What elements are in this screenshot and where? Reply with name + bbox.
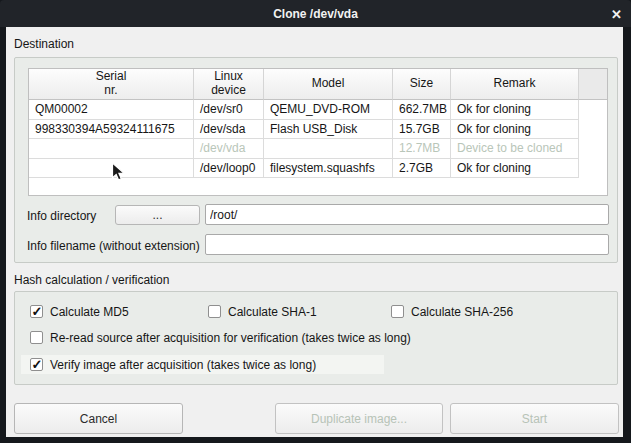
cell-serial: QM00002 [29, 100, 194, 120]
verify-image-checkbox[interactable] [30, 358, 43, 371]
info-filename-input[interactable] [205, 234, 609, 255]
titlebar[interactable]: Clone /dev/vda ✕ [0, 0, 631, 27]
info-directory-label: Info directory [27, 209, 96, 223]
cell-size: 12.7MB [393, 139, 451, 159]
duplicate-image-button[interactable]: Duplicate image... [275, 403, 443, 434]
cell-model: Flash USB_Disk [264, 120, 393, 140]
table-row[interactable]: /dev/loop0 filesystem.squashfs 2.7GB Ok … [29, 159, 607, 179]
cell-device: /dev/sr0 [194, 100, 264, 120]
sha256-checkbox-group: Calculate SHA-256 [391, 304, 513, 319]
table-row[interactable]: QM00002 /dev/sr0 QEMU_DVD-ROM 662.7MB Ok… [29, 100, 607, 120]
column-header-model: Model [264, 69, 393, 100]
cell-model: QEMU_DVD-ROM [264, 100, 393, 120]
column-header-filler [579, 69, 607, 100]
column-header-linux-device: Linux device [194, 69, 264, 100]
cell-device: /dev/loop0 [194, 159, 264, 179]
cell-remark: Device to be cloned [451, 139, 579, 159]
hash-groupbox: Calculate MD5 Calculate SHA-1 Calculate … [14, 291, 618, 385]
column-header-size: Size [393, 69, 451, 100]
cell-size: 15.7GB [393, 120, 451, 140]
window-title: Clone /dev/vda [273, 7, 358, 21]
column-header-serial: Serial nr. [29, 69, 194, 100]
cell-size: 662.7MB [393, 100, 451, 120]
column-header-remark: Remark [451, 69, 579, 100]
cancel-button[interactable]: Cancel [14, 403, 183, 434]
table-row-source-device[interactable]: /dev/vda 12.7MB Device to be cloned [29, 139, 607, 159]
table-header-row: Serial nr. Linux device Model Size Remar… [29, 69, 607, 100]
calculate-md5-label[interactable]: Calculate MD5 [50, 305, 129, 319]
calculate-sha256-label[interactable]: Calculate SHA-256 [411, 305, 513, 319]
verify-image-label[interactable]: Verify image after acquisition (takes tw… [50, 358, 316, 372]
destination-table: Serial nr. Linux device Model Size Remar… [28, 68, 608, 196]
cell-device: /dev/sda [194, 120, 264, 140]
table-row[interactable]: 998330394A59324111675 /dev/sda Flash USB… [29, 120, 607, 140]
cell-serial: 998330394A59324111675 [29, 120, 194, 140]
reread-checkbox-group: Re-read source after acquisition for ver… [30, 330, 411, 345]
cell-model: filesystem.squashfs [264, 159, 393, 179]
sha1-checkbox-group: Calculate SHA-1 [208, 304, 317, 319]
reread-source-label[interactable]: Re-read source after acquisition for ver… [50, 331, 411, 345]
info-filename-label: Info filename (without extension) [27, 239, 200, 253]
start-button[interactable]: Start [450, 403, 619, 434]
calculate-sha1-checkbox[interactable] [208, 305, 221, 318]
cell-model [264, 139, 393, 159]
verify-checkbox-group: Verify image after acquisition (takes tw… [30, 357, 316, 372]
cell-remark: Ok for cloning [451, 120, 579, 140]
hash-section-label: Hash calculation / verification [14, 273, 169, 287]
browse-directory-button[interactable]: ... [115, 205, 200, 225]
calculate-sha1-label[interactable]: Calculate SHA-1 [228, 305, 317, 319]
cell-device: /dev/vda [194, 139, 264, 159]
clone-dialog-window: Clone /dev/vda ✕ Destination Serial nr. … [0, 0, 631, 443]
cell-remark: Ok for cloning [451, 100, 579, 120]
reread-source-checkbox[interactable] [30, 331, 43, 344]
cell-remark: Ok for cloning [451, 159, 579, 179]
calculate-sha256-checkbox[interactable] [391, 305, 404, 318]
md5-checkbox-group: Calculate MD5 [30, 304, 129, 319]
cell-size: 2.7GB [393, 159, 451, 179]
dialog-body: Destination Serial nr. Linux device Mode… [6, 27, 623, 437]
close-icon[interactable]: ✕ [611, 7, 622, 20]
destination-groupbox: Serial nr. Linux device Model Size Remar… [14, 57, 618, 263]
cell-serial [29, 139, 194, 159]
calculate-md5-checkbox[interactable] [30, 305, 43, 318]
cell-serial [29, 159, 194, 179]
info-directory-input[interactable] [205, 204, 609, 225]
destination-section-label: Destination [14, 37, 74, 51]
